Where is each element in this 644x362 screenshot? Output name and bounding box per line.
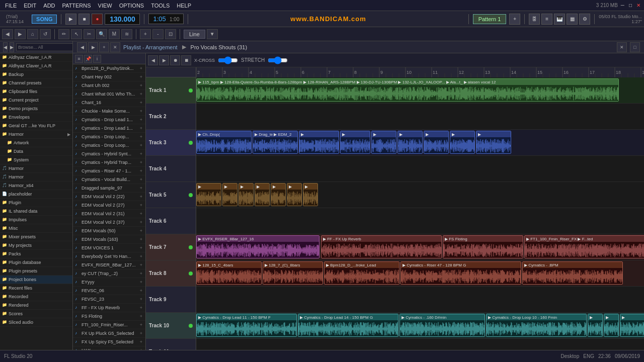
add-btn[interactable]: + (140, 245, 142, 250)
tool-slip[interactable]: ≋ (121, 29, 132, 39)
pl-ctrl-right[interactable]: ▶ (159, 55, 169, 65)
add-btn[interactable]: + (140, 348, 142, 350)
home-btn[interactable]: ⌂ (27, 29, 38, 39)
pl-add-btn[interactable]: + (99, 42, 109, 52)
add-btn[interactable]: + (140, 211, 142, 216)
sidebar-item-5[interactable]: 📁 Current project (0, 96, 72, 105)
audio-clip[interactable]: ▶ Cymatics - Drop Lead 14 - 150 BPM G (298, 314, 398, 337)
tracks-scroll[interactable]: ▶ 115_bpm ▶ 128-Ella-Quiere-Su-Rumba-8-B… (196, 67, 644, 350)
audio-clip[interactable]: ▶ (271, 183, 286, 206)
pl-nav-right[interactable]: ▶ (88, 42, 98, 52)
tool-cut[interactable]: ✂ (84, 29, 95, 39)
sidebar-item-21[interactable]: 📁 Mixer presets (0, 233, 72, 241)
secondary-item-4[interactable]: ♪ Chant_16 + (73, 99, 145, 107)
track-row-9[interactable] (196, 287, 644, 313)
add-btn[interactable]: + (140, 228, 142, 233)
secondary-item-3[interactable]: ♪ Chant What 001 Who Th... + (73, 90, 145, 99)
audio-clip[interactable]: ▶ Cymatics - Riser 47 - 128 BPM G (400, 261, 521, 285)
menu-add[interactable]: ADD (40, 2, 58, 10)
audio-clip[interactable]: ▶ FT1_100_Fmin_Riser_FX ▶ F...ted (524, 235, 644, 258)
fwd-btn[interactable]: ▶ (15, 29, 26, 39)
nav-left-btn[interactable]: ◀ (3, 42, 8, 52)
track-row-3[interactable]: ▶ Ch..Drop(▶ Drag_le ▶ EDM_2▶▶▶▶▶▶▶ (196, 130, 644, 156)
menu-view[interactable]: VIEW (95, 2, 115, 10)
tool-zoom[interactable]: 🔍 (96, 29, 107, 39)
secondary-item-28[interactable]: ♪ FF - FX Up Reverb + (73, 304, 145, 312)
secondary-item-30[interactable]: ♪ FTI_100_Fmin_Riser... + (73, 321, 145, 329)
audio-clip[interactable]: ▶ (196, 183, 221, 206)
audio-clip[interactable]: ▶ (604, 314, 619, 337)
audio-clip[interactable]: ▶ (450, 131, 475, 154)
track-row-8[interactable]: ▶ 128_15_C_4bars▶ 128_7_(C)_8bars▶ Bpm12… (196, 260, 644, 287)
secondary-item-1[interactable]: ♪ Chant Hey 002 + (73, 73, 145, 81)
sidebar-item-0[interactable]: 📁 Aldhyaz Claver_I.A.R (0, 53, 72, 62)
secondary-item-16[interactable]: ♪ EDM Vocal Vol 2 (27) + (73, 201, 145, 210)
back-btn[interactable]: ◀ (2, 29, 13, 39)
audio-clip[interactable]: ▶ Bpm128_D_...troke_Lead (324, 261, 399, 285)
sidebar-item-16[interactable]: 📄 placeholder (0, 190, 72, 199)
add-btn[interactable]: + (140, 280, 142, 285)
stop-btn[interactable]: ■ (78, 14, 90, 25)
close-btn[interactable]: ✕ (635, 3, 642, 8)
audio-clip[interactable]: ▶ (588, 314, 603, 337)
add-btn[interactable]: + (140, 100, 142, 105)
add-btn[interactable]: + (140, 160, 142, 165)
sidebar-item-13[interactable]: 🎵 Harmor (0, 164, 72, 173)
add-btn[interactable]: + (140, 203, 142, 208)
add-btn[interactable]: + (140, 109, 142, 114)
add-btn[interactable]: + (140, 339, 142, 344)
track-row-10[interactable]: ▶ Cymatics - Drop Lead 11 - 150 BPM F▶ C… (196, 313, 644, 339)
add-btn[interactable]: + (140, 168, 142, 173)
sidebar-item-2[interactable]: 📁 Backup (0, 70, 72, 79)
sidebar-item-30[interactable]: 📁 Scores (0, 310, 72, 318)
audio-clip[interactable]: ▶ Cymatics - .BPM (522, 261, 623, 285)
secondary-item-11[interactable]: ♪ Cymatics - Hybrid Trap... + (73, 158, 145, 167)
sfl-view-btn[interactable]: ≡ (75, 55, 83, 63)
record-btn[interactable]: ● (92, 14, 103, 25)
menu-edit[interactable]: EDIT (21, 2, 39, 10)
maximize-btn[interactable]: □ (627, 3, 633, 8)
add-btn[interactable]: + (140, 314, 142, 319)
audio-clip[interactable]: ▶ Drag_le ▶ EDM_2 (253, 131, 298, 154)
audio-clip[interactable]: ▶ Cymatics - .160 D#min (399, 314, 485, 337)
track-row-2[interactable] (196, 104, 644, 130)
tool-select[interactable]: ↖ (71, 29, 82, 39)
track-row-1[interactable]: ▶ 115_bpm ▶ 128-Ella-Quiere-Su-Rumba-8-B… (196, 77, 644, 104)
add-btn[interactable]: + (140, 186, 142, 191)
mixer-btn[interactable]: 🎛 (529, 14, 540, 25)
pattern-btn[interactable]: Pattern 1 (473, 14, 507, 24)
x-cross-slider[interactable] (218, 58, 238, 63)
tool-pencil[interactable]: ✏ (58, 29, 69, 39)
audio-clip[interactable]: ▶ EVFX_RISER_8Bar_127_16 (196, 235, 319, 258)
sidebar-item-17[interactable]: 📁 Plugin (0, 199, 72, 207)
channel-rack-btn[interactable]: ≡ (541, 14, 552, 25)
sidebar-item-12[interactable]: 📁 System (0, 156, 72, 164)
track-row-5[interactable]: ▶▶▶▶▶▶▶ (196, 182, 644, 208)
audio-clip[interactable]: ▶ Cymatics - Drop Loop 10 - 160 Fmin (486, 314, 587, 337)
pl-close-btn[interactable]: ✕ (617, 42, 627, 52)
add-btn[interactable]: + (140, 143, 142, 148)
track-row-4[interactable] (196, 156, 644, 182)
secondary-item-20[interactable]: ♪ EDM Vocals (163) + (73, 235, 145, 244)
add-btn[interactable]: + (140, 83, 142, 88)
secondary-item-18[interactable]: ♪ EDM Vocal Vol 2 (37) + (73, 218, 145, 227)
sidebar-item-6[interactable]: 📁 Demo projects (0, 105, 72, 113)
pl-ctrl-stop[interactable]: ⏹ (181, 55, 191, 65)
secondary-item-10[interactable]: ♪ Cymatics - Hybrid Synt... + (73, 150, 145, 158)
add-btn[interactable]: + (140, 262, 142, 267)
sidebar-item-1[interactable]: 📁 Aldhyaz Claver_I.A.R (0, 62, 72, 70)
minimize-btn[interactable]: ─ (619, 3, 626, 8)
sidebar-item-27[interactable]: 📁 Recent files (0, 284, 72, 293)
settings-btn[interactable]: ⚙ (579, 14, 590, 25)
audio-clip[interactable]: ▶ FS Floting (443, 235, 523, 258)
piano-roll-btn[interactable]: 🎹 (554, 14, 565, 25)
secondary-item-9[interactable]: ♪ Cymatics - Drop Loop... + (73, 141, 145, 150)
sidebar-item-20[interactable]: 📁 Misc (0, 224, 72, 233)
audio-clip[interactable]: ▶ Ch..Drop( (196, 131, 252, 154)
audio-clip[interactable]: ▶ 128_15_C_4bars (196, 261, 262, 285)
zoom-in-btn[interactable]: + (140, 29, 151, 39)
add-btn[interactable]: + (140, 74, 142, 79)
sfl-pin-btn[interactable]: 📌 (84, 55, 92, 63)
sidebar-item-25[interactable]: 📁 Plugin presets (0, 267, 72, 276)
sidebar-item-22[interactable]: 📁 My projects (0, 241, 72, 250)
